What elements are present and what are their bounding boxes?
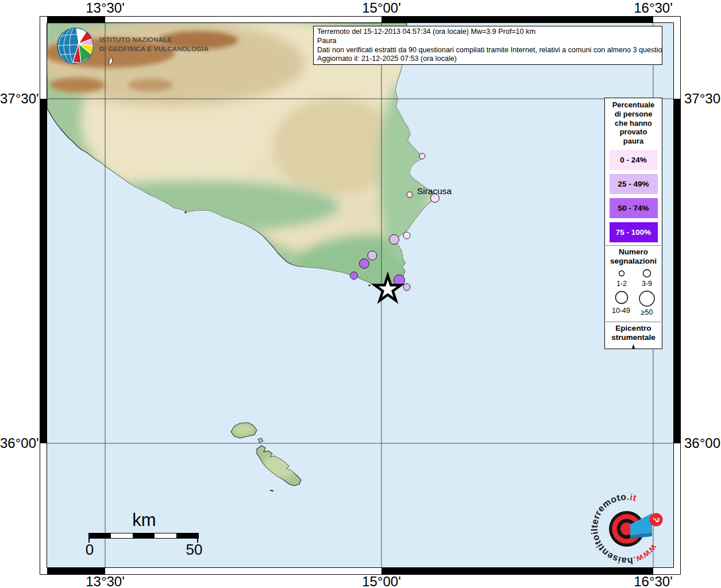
legend-swatch-50-74: 50 - 74% [610, 198, 658, 218]
legend-size-symbols: 1-2 3-9 10-49 ≥50 [606, 267, 661, 319]
event-disclaimer: Dati non verificati estratti da 90 quest… [317, 46, 658, 55]
legend-swatch-25-49: 25 - 49% [610, 174, 658, 194]
legend-star-icon [627, 346, 639, 349]
ingv-line1: ISTITUTO NAZIONALE [99, 35, 209, 44]
scale-end: 50 [186, 542, 203, 557]
event-title: Terremoto del 15-12-2013 04:57:34 (ora l… [317, 28, 658, 37]
axis-label-top-left: 13°30' [86, 1, 125, 15]
axis-label-right-37-30: 37°30' [684, 92, 721, 106]
size-label-3-9: 3-9 [642, 280, 652, 288]
legend: Percentuale di persone che hanno provato… [604, 98, 662, 349]
axis-label-bottom-left: 13°30' [86, 575, 125, 588]
islet [184, 211, 186, 213]
axis-label-left-37-30: 37°30' [0, 92, 37, 106]
axis-label-bottom-right: 16°30' [634, 575, 673, 588]
axis-label-bottom-center: 15°00' [362, 575, 401, 588]
map-content: Siracusa ? www.haisentitoilterremoto.it [40, 20, 673, 567]
felt-report-point [360, 259, 369, 269]
size-label-50: ≥50 [641, 308, 653, 316]
axis-label-left-36-00: 36°00' [0, 436, 37, 450]
felt-report-point [368, 251, 377, 260]
scale-bar: km 0 50 [83, 511, 205, 565]
felt-report-point [403, 232, 410, 239]
felt-report-point [403, 284, 410, 291]
legend-epicenter-symbol [606, 343, 661, 349]
ingv-line2: DI GEOFISICA E VULCANOLOGIA [99, 44, 209, 53]
legend-divider [606, 245, 661, 246]
legend-fear-title: Percentuale di persone che hanno provato… [605, 98, 662, 146]
legend-epicenter-title: Epicentro strumentale [605, 324, 662, 342]
felt-map-page: { "axes": { "top": ["13°30'", "15°00'", … [0, 0, 721, 588]
scale-start: 0 [86, 542, 94, 557]
islet [368, 284, 370, 286]
filfla-islet [270, 490, 273, 491]
event-updated: Aggiornato il: 21-12-2025 07:53 (ora loc… [317, 55, 658, 64]
felt-report-point [419, 153, 425, 159]
size-label-10-49: 10-49 [612, 307, 630, 315]
scale-unit: km [83, 511, 205, 529]
city-label: Siracusa [417, 186, 452, 196]
ingv-logo: ISTITUTO NAZIONALE DI GEOFISICA E VULCAN… [55, 25, 204, 68]
felt-report-point [390, 235, 399, 245]
felt-report-point [350, 272, 358, 280]
felt-report-point [407, 192, 412, 198]
legend-divider [606, 322, 661, 322]
axis-label-right-36-00: 36°00' [684, 436, 721, 450]
legend-swatch-0-24: 0 - 24% [610, 150, 658, 170]
legend-swatch-75-100: 75 - 100% [610, 222, 658, 242]
legend-count-title: Numero segnalazioni [605, 247, 662, 266]
event-map-type: Paura [317, 37, 658, 46]
ingv-globe-icon [55, 26, 96, 68]
axis-label-top-right: 16°30' [634, 1, 673, 15]
size-label-1-2: 1-2 [616, 280, 627, 288]
scale-bar-segments [88, 533, 199, 539]
event-info-box: Terremoto del 15-12-2013 04:57:34 (ora l… [313, 26, 662, 65]
ingv-wordmark: ISTITUTO NAZIONALE DI GEOFISICA E VULCAN… [99, 35, 209, 53]
axis-label-top-center: 15°00' [362, 1, 401, 15]
